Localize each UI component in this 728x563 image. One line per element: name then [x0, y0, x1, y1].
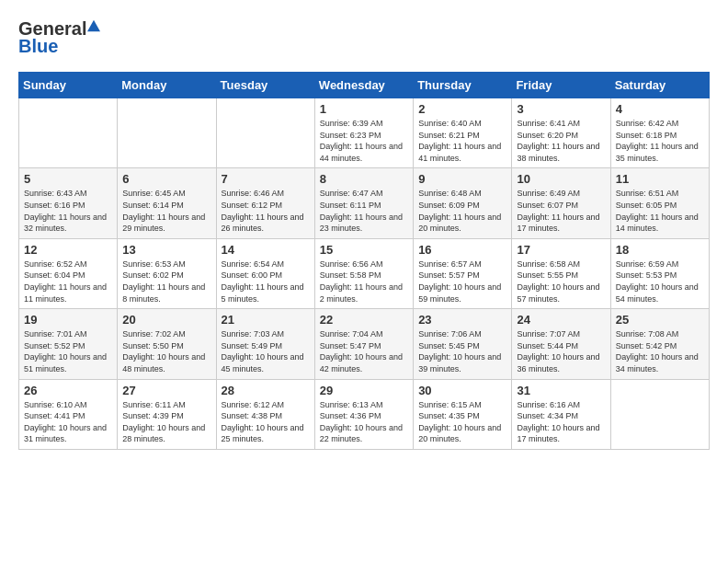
day-info: Sunrise: 6:49 AM Sunset: 6:07 PM Dayligh…	[517, 188, 605, 234]
calendar-week-row: 1Sunrise: 6:39 AM Sunset: 6:23 PM Daylig…	[19, 98, 710, 168]
day-number: 22	[320, 313, 408, 327]
day-number: 11	[616, 172, 704, 186]
calendar-cell: 19Sunrise: 7:01 AM Sunset: 5:52 PM Dayli…	[19, 309, 118, 379]
calendar-header-row: SundayMondayTuesdayWednesdayThursdayFrid…	[19, 73, 710, 98]
day-number: 30	[418, 384, 506, 397]
day-info: Sunrise: 7:06 AM Sunset: 5:45 PM Dayligh…	[418, 328, 506, 374]
calendar-cell: 29Sunrise: 6:13 AM Sunset: 4:36 PM Dayli…	[314, 379, 413, 449]
calendar-cell: 24Sunrise: 7:07 AM Sunset: 5:44 PM Dayli…	[512, 309, 610, 379]
calendar-week-row: 5Sunrise: 6:43 AM Sunset: 6:16 PM Daylig…	[19, 168, 710, 238]
day-number: 19	[24, 313, 112, 327]
day-info: Sunrise: 6:43 AM Sunset: 6:16 PM Dayligh…	[24, 188, 112, 234]
calendar-cell: 15Sunrise: 6:56 AM Sunset: 5:58 PM Dayli…	[314, 238, 413, 308]
calendar-cell: 12Sunrise: 6:52 AM Sunset: 6:04 PM Dayli…	[19, 238, 118, 308]
calendar-cell: 26Sunrise: 6:10 AM Sunset: 4:41 PM Dayli…	[19, 379, 118, 449]
calendar-cell	[610, 379, 709, 449]
calendar-cell: 10Sunrise: 6:49 AM Sunset: 6:07 PM Dayli…	[512, 168, 610, 238]
day-info: Sunrise: 6:51 AM Sunset: 6:05 PM Dayligh…	[616, 188, 704, 234]
day-number: 10	[517, 172, 605, 186]
calendar-cell: 11Sunrise: 6:51 AM Sunset: 6:05 PM Dayli…	[610, 168, 709, 238]
calendar-cell: 6Sunrise: 6:45 AM Sunset: 6:14 PM Daylig…	[118, 168, 216, 238]
calendar-cell: 20Sunrise: 7:02 AM Sunset: 5:50 PM Dayli…	[118, 309, 216, 379]
day-info: Sunrise: 6:12 AM Sunset: 4:38 PM Dayligh…	[222, 399, 310, 445]
day-number: 4	[616, 102, 704, 116]
calendar-cell	[19, 98, 118, 168]
day-info: Sunrise: 7:08 AM Sunset: 5:42 PM Dayligh…	[616, 328, 704, 374]
day-info: Sunrise: 7:04 AM Sunset: 5:47 PM Dayligh…	[320, 328, 408, 374]
day-info: Sunrise: 7:01 AM Sunset: 5:52 PM Dayligh…	[24, 328, 112, 374]
calendar-cell: 13Sunrise: 6:53 AM Sunset: 6:02 PM Dayli…	[118, 238, 216, 308]
svg-marker-0	[87, 19, 100, 31]
calendar-cell: 31Sunrise: 6:16 AM Sunset: 4:34 PM Dayli…	[512, 379, 610, 449]
calendar-cell: 23Sunrise: 7:06 AM Sunset: 5:45 PM Dayli…	[414, 309, 512, 379]
calendar-cell: 22Sunrise: 7:04 AM Sunset: 5:47 PM Dayli…	[314, 309, 413, 379]
day-number: 1	[320, 102, 408, 116]
day-number: 27	[122, 384, 210, 397]
day-info: Sunrise: 6:53 AM Sunset: 6:02 PM Dayligh…	[122, 259, 210, 304]
calendar-week-row: 19Sunrise: 7:01 AM Sunset: 5:52 PM Dayli…	[19, 309, 710, 379]
day-info: Sunrise: 7:02 AM Sunset: 5:50 PM Dayligh…	[122, 328, 210, 374]
weekday-header: Friday	[512, 73, 610, 98]
weekday-header: Tuesday	[216, 73, 314, 98]
day-info: Sunrise: 6:52 AM Sunset: 6:04 PM Dayligh…	[24, 259, 112, 304]
day-info: Sunrise: 7:03 AM Sunset: 5:49 PM Dayligh…	[222, 328, 310, 374]
day-number: 18	[616, 243, 704, 257]
weekday-header: Wednesday	[314, 73, 413, 98]
weekday-header: Saturday	[610, 73, 709, 98]
day-number: 26	[24, 384, 112, 397]
day-number: 23	[418, 313, 506, 327]
day-info: Sunrise: 6:13 AM Sunset: 4:36 PM Dayligh…	[320, 399, 408, 445]
day-number: 24	[517, 313, 605, 327]
calendar-cell: 2Sunrise: 6:40 AM Sunset: 6:21 PM Daylig…	[414, 98, 512, 168]
calendar-cell: 28Sunrise: 6:12 AM Sunset: 4:38 PM Dayli…	[216, 379, 314, 449]
day-number: 21	[222, 313, 310, 327]
calendar-cell: 4Sunrise: 6:42 AM Sunset: 6:18 PM Daylig…	[610, 98, 709, 168]
day-info: Sunrise: 6:10 AM Sunset: 4:41 PM Dayligh…	[24, 399, 112, 445]
calendar-cell: 25Sunrise: 7:08 AM Sunset: 5:42 PM Dayli…	[610, 309, 709, 379]
weekday-header: Monday	[118, 73, 216, 98]
day-number: 6	[122, 172, 210, 186]
day-number: 12	[24, 243, 112, 257]
day-info: Sunrise: 6:41 AM Sunset: 6:20 PM Dayligh…	[517, 118, 605, 164]
day-info: Sunrise: 6:56 AM Sunset: 5:58 PM Dayligh…	[320, 259, 408, 304]
day-info: Sunrise: 6:48 AM Sunset: 6:09 PM Dayligh…	[418, 188, 506, 234]
calendar-cell: 1Sunrise: 6:39 AM Sunset: 6:23 PM Daylig…	[314, 98, 413, 168]
day-info: Sunrise: 6:57 AM Sunset: 5:57 PM Dayligh…	[418, 259, 506, 304]
calendar-cell	[216, 98, 314, 168]
day-number: 31	[517, 384, 605, 397]
day-number: 2	[418, 102, 506, 116]
calendar-cell	[118, 98, 216, 168]
calendar-cell: 21Sunrise: 7:03 AM Sunset: 5:49 PM Dayli…	[216, 309, 314, 379]
calendar-cell: 30Sunrise: 6:15 AM Sunset: 4:35 PM Dayli…	[414, 379, 512, 449]
day-info: Sunrise: 6:11 AM Sunset: 4:39 PM Dayligh…	[122, 399, 210, 445]
calendar-cell: 27Sunrise: 6:11 AM Sunset: 4:39 PM Dayli…	[118, 379, 216, 449]
calendar-week-row: 12Sunrise: 6:52 AM Sunset: 6:04 PM Dayli…	[19, 238, 710, 308]
calendar-week-row: 26Sunrise: 6:10 AM Sunset: 4:41 PM Dayli…	[19, 379, 710, 449]
day-number: 9	[418, 172, 506, 186]
calendar-cell: 14Sunrise: 6:54 AM Sunset: 6:00 PM Dayli…	[216, 238, 314, 308]
page-header: General Blue	[18, 18, 710, 57]
logo-blue-word: Blue	[18, 36, 58, 57]
logo: General Blue	[18, 18, 100, 57]
day-number: 17	[517, 243, 605, 257]
day-info: Sunrise: 7:07 AM Sunset: 5:44 PM Dayligh…	[517, 328, 605, 374]
day-info: Sunrise: 6:16 AM Sunset: 4:34 PM Dayligh…	[517, 399, 605, 445]
day-number: 5	[24, 172, 112, 186]
day-number: 13	[122, 243, 210, 257]
calendar-cell: 17Sunrise: 6:58 AM Sunset: 5:55 PM Dayli…	[512, 238, 610, 308]
calendar-cell: 3Sunrise: 6:41 AM Sunset: 6:20 PM Daylig…	[512, 98, 610, 168]
day-number: 29	[320, 384, 408, 397]
day-number: 7	[222, 172, 310, 186]
day-info: Sunrise: 6:54 AM Sunset: 6:00 PM Dayligh…	[222, 259, 310, 304]
day-info: Sunrise: 6:58 AM Sunset: 5:55 PM Dayligh…	[517, 259, 605, 304]
day-number: 15	[320, 243, 408, 257]
day-info: Sunrise: 6:39 AM Sunset: 6:23 PM Dayligh…	[320, 118, 408, 164]
calendar-cell: 16Sunrise: 6:57 AM Sunset: 5:57 PM Dayli…	[414, 238, 512, 308]
day-info: Sunrise: 6:45 AM Sunset: 6:14 PM Dayligh…	[122, 188, 210, 234]
calendar-cell: 5Sunrise: 6:43 AM Sunset: 6:16 PM Daylig…	[19, 168, 118, 238]
calendar-table: SundayMondayTuesdayWednesdayThursdayFrid…	[18, 72, 710, 450]
calendar-cell: 18Sunrise: 6:59 AM Sunset: 5:53 PM Dayli…	[610, 238, 709, 308]
day-number: 25	[616, 313, 704, 327]
day-number: 16	[418, 243, 506, 257]
day-number: 28	[222, 384, 310, 397]
